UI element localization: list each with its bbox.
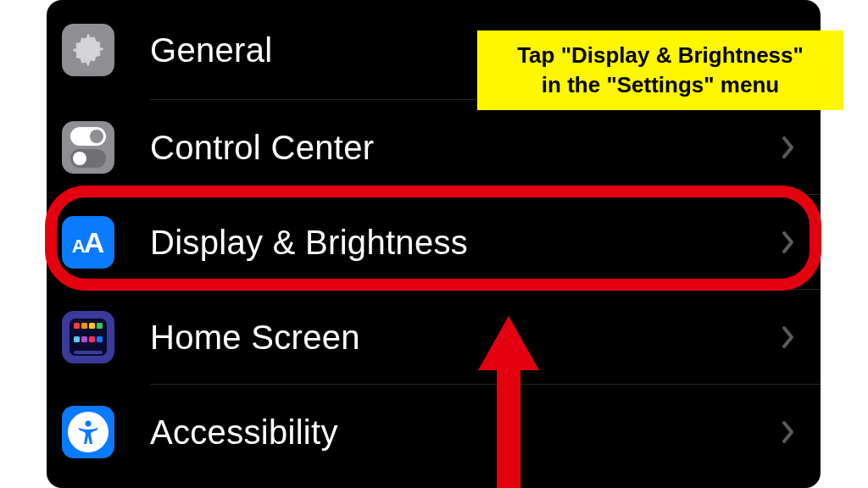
chevron-right-icon [782,325,795,349]
home-screen-icon [62,311,114,363]
settings-row-label: Home Screen [150,319,782,357]
aa-big: A [84,228,105,257]
display-brightness-icon: A A [62,216,114,269]
settings-row-display-brightness[interactable]: A A Display & Brightness [47,195,821,290]
settings-row-label: Control Center [150,129,782,167]
settings-row-home-screen[interactable]: Home Screen [47,290,821,385]
chevron-right-icon [782,230,795,254]
svg-point-1 [81,43,95,57]
instruction-callout: Tap "Display & Brightness" in the "Setti… [477,30,843,110]
settings-row-label: Display & Brightness [150,224,782,262]
callout-line-1: Tap "Display & Brightness" [517,41,804,70]
chevron-right-icon [782,420,795,444]
accessibility-icon [62,406,114,458]
settings-row-control-center[interactable]: Control Center [47,100,821,195]
settings-row-accessibility[interactable]: Accessibility [47,385,821,480]
callout-line-2: in the "Settings" menu [542,70,779,100]
chevron-right-icon [782,136,795,159]
control-center-icon [62,121,114,174]
settings-row-label: Accessibility [150,413,782,452]
svg-point-2 [86,421,92,427]
gear-icon [62,24,114,76]
